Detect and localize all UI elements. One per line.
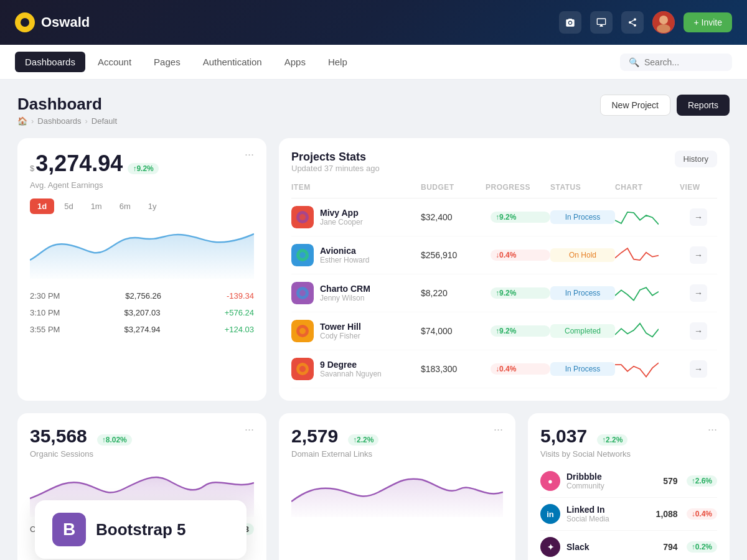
proj-details: Mivy App Jane Cooper: [320, 208, 363, 226]
proj-chart: [615, 246, 659, 264]
organic-label: Organic Sessions: [30, 449, 132, 459]
social-icon-2: ✦: [540, 537, 560, 557]
social-icon-0: ●: [540, 471, 560, 491]
col-item: ITEM: [291, 183, 421, 192]
social-count-2: 794: [663, 542, 677, 552]
proj-name: Tower Hill: [320, 322, 361, 332]
search-area: 🔍: [620, 54, 732, 71]
extlinks-badge: ↑2.2%: [348, 434, 378, 446]
proj-progress: ↑9.2%: [491, 325, 550, 337]
content-wrapper: Dashboard 🏠 › Dashboards › Default New P…: [17, 95, 730, 560]
proj-chart: [615, 322, 659, 340]
proj-goto: →: [680, 322, 717, 340]
projects-title: Projects Stats: [291, 151, 380, 164]
proj-info: Tower Hill Cody Fisher: [291, 320, 421, 342]
camera-icon[interactable]: [559, 11, 581, 34]
nav-pages[interactable]: Pages: [144, 52, 190, 72]
avatar[interactable]: [652, 11, 675, 34]
social-badge: ↑2.2%: [597, 434, 627, 446]
breadcrumb-dashboards[interactable]: Dashboards: [37, 116, 81, 126]
stat-val-2: $3,274.94: [125, 325, 161, 334]
proj-name: Avionica: [320, 246, 369, 256]
second-nav: Dashboards Account Pages Authentication …: [0, 45, 747, 80]
svg-point-1: [659, 16, 668, 24]
social-stats-2: 794 ↑0.2%: [663, 541, 717, 553]
search-icon: 🔍: [629, 57, 639, 67]
proj-status: In Process: [550, 286, 615, 300]
extlinks-header: 2,579 ↑2.2% Domain External Links: [291, 426, 378, 459]
organic-more-button[interactable]: ···: [245, 423, 254, 436]
nav-account[interactable]: Account: [88, 52, 141, 72]
time-tabs: 1d 5d 1m 6m 1y: [30, 198, 254, 214]
logo-area: Oswald: [15, 12, 90, 32]
updated-text: Updated 37 minutes ago: [291, 164, 380, 173]
earnings-label: Avg. Agent Earnings: [30, 180, 159, 190]
social-change-2: ↑0.2%: [687, 541, 717, 553]
reports-button[interactable]: Reports: [677, 95, 730, 116]
bootstrap-overlay: B Bootstrap 5: [35, 500, 247, 559]
earnings-badge: ↑9.2%: [128, 163, 158, 174]
screen-icon[interactable]: [590, 11, 613, 34]
social-more-button[interactable]: ···: [708, 423, 717, 436]
invite-button[interactable]: + Invite: [684, 12, 732, 32]
tab-1d[interactable]: 1d: [30, 198, 54, 214]
goto-button[interactable]: →: [690, 322, 707, 340]
proj-status: In Process: [550, 210, 615, 224]
tab-1y[interactable]: 1y: [141, 198, 164, 214]
search-input[interactable]: [644, 57, 719, 67]
nav-help[interactable]: Help: [318, 52, 357, 72]
nav-apps[interactable]: Apps: [275, 52, 316, 72]
goto-button[interactable]: →: [690, 284, 707, 302]
top-bar: Oswald + Invite: [0, 0, 747, 45]
project-row: Charto CRM Jenny Wilson $8,220 ↑9.2% In …: [291, 274, 717, 312]
tab-6m[interactable]: 6m: [112, 198, 138, 214]
nav-authentication[interactable]: Authentication: [193, 52, 272, 72]
stat-row-1: 3:10 PM $3,207.03 +576.24: [30, 304, 254, 321]
social-name-2: Slack: [566, 542, 663, 552]
proj-status: In Process: [550, 362, 615, 376]
earnings-more-button[interactable]: ···: [245, 148, 254, 161]
project-row: 9 Degree Savannah Nguyen $183,300 ↓0.4% …: [291, 350, 717, 388]
goto-button[interactable]: →: [690, 208, 707, 226]
stat-chg-0: -139.34: [227, 291, 254, 301]
goto-button[interactable]: →: [690, 360, 707, 378]
social-stats-1: 1,088 ↓0.4%: [656, 508, 717, 520]
svg-point-2: [657, 24, 670, 33]
svg-point-5: [299, 214, 306, 220]
social-card: 5,037 ↑2.2% Visits by Social Networks ··…: [528, 413, 730, 560]
proj-goto: →: [680, 284, 717, 302]
extlinks-count: 2,579: [291, 426, 338, 447]
col-chart: CHART: [615, 183, 680, 192]
social-count-0: 579: [663, 476, 677, 486]
organic-count: 35,568: [30, 426, 87, 447]
new-project-button[interactable]: New Project: [600, 95, 670, 116]
proj-info: Charto CRM Jenny Wilson: [291, 282, 421, 304]
social-stats-0: 579 ↑2.6%: [663, 475, 717, 487]
tab-5d[interactable]: 5d: [57, 198, 80, 214]
social-info-2: Slack: [566, 542, 663, 552]
col-budget: BUDGET: [421, 183, 486, 192]
stat-row-2: 3:55 PM $3,274.94 +124.03: [30, 321, 254, 338]
proj-details: Charto CRM Jenny Wilson: [320, 284, 370, 302]
stat-chg-1: +576.24: [225, 308, 254, 317]
stat-time-0: 2:30 PM: [30, 291, 60, 301]
proj-icon: [291, 358, 314, 380]
page-title: Dashboard: [17, 95, 117, 114]
proj-person: Cody Fisher: [320, 332, 361, 340]
share-icon[interactable]: [621, 11, 644, 34]
goto-button[interactable]: →: [690, 246, 707, 264]
bootstrap-icon-text: B: [63, 520, 75, 539]
proj-name: Charto CRM: [320, 284, 370, 294]
tab-1m[interactable]: 1m: [83, 198, 110, 214]
proj-person: Jane Cooper: [320, 218, 363, 226]
extlinks-more-button[interactable]: ···: [494, 423, 503, 436]
proj-info: 9 Degree Savannah Nguyen: [291, 358, 421, 380]
nav-dashboards[interactable]: Dashboards: [15, 52, 85, 72]
proj-info: Mivy App Jane Cooper: [291, 206, 421, 228]
proj-person: Esther Howard: [320, 256, 369, 264]
svg-point-17: [299, 366, 306, 372]
history-button[interactable]: History: [675, 151, 717, 167]
col-status: STATUS: [550, 183, 615, 192]
social-type-0: Community: [566, 482, 663, 490]
social-header: 5,037 ↑2.2% Visits by Social Networks: [540, 426, 631, 459]
